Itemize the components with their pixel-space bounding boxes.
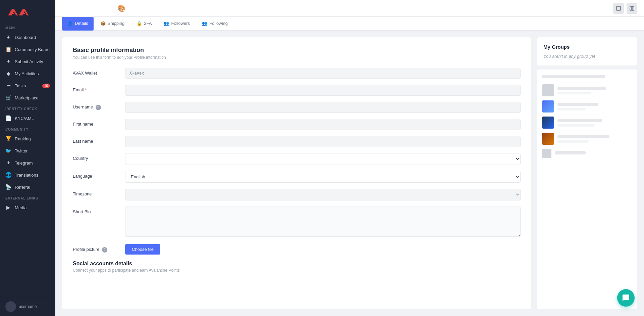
followers-tab-icon: 👥 xyxy=(164,21,169,26)
paint-icon[interactable]: 🎨 xyxy=(117,5,126,12)
sidebar-item-label: Community Board xyxy=(15,47,50,52)
leaderboard-card xyxy=(537,70,637,309)
form-subtitle: You can use this form to edit your Profi… xyxy=(73,55,521,60)
sidebar-item-media[interactable]: ▶ Media xyxy=(0,201,55,214)
topbar-btn-2[interactable] xyxy=(627,3,637,14)
lb-name-bar-1 xyxy=(557,87,606,90)
lb-text-2 xyxy=(557,103,632,110)
svg-rect-4 xyxy=(616,6,621,10)
username-help-icon[interactable]: ? xyxy=(96,105,101,110)
groups-empty-message: You aren't in any group yet xyxy=(543,54,631,59)
tab-shipping[interactable]: 📦 Shipping xyxy=(95,17,130,31)
username-row: Username ? xyxy=(73,102,521,113)
timezone-label: Timezone xyxy=(73,189,120,196)
username-input[interactable] xyxy=(125,102,521,113)
lb-avatar-4 xyxy=(542,133,554,145)
short-bio-label: Short Bio xyxy=(73,207,120,214)
lb-sub-bar-3 xyxy=(557,124,595,127)
timezone-select[interactable] xyxy=(125,189,521,200)
choose-file-button[interactable]: Choose file xyxy=(125,244,160,255)
svg-rect-6 xyxy=(632,6,634,10)
tab-following-label: Following xyxy=(209,21,228,26)
lb-name-bar-3 xyxy=(557,119,602,122)
sidebar-item-label: Ranking xyxy=(15,136,31,141)
first-name-label: First name xyxy=(73,119,120,127)
sidebar: Main ⊞ Dashboard 📋 Community Board ✦ Sub… xyxy=(0,0,55,316)
sidebar-item-ranking[interactable]: 🏆 Ranking xyxy=(0,133,55,145)
sidebar-item-label: Twitter xyxy=(15,148,28,153)
sidebar-item-twitter[interactable]: 🐦 Twitter xyxy=(0,145,55,157)
tab-followers[interactable]: 👥 Followers xyxy=(158,17,195,31)
tab-details-label: Details xyxy=(75,21,88,26)
user-avatar xyxy=(5,301,16,312)
sidebar-item-tasks[interactable]: ☰ Tasks 10 xyxy=(0,80,55,92)
tab-shipping-label: Shipping xyxy=(108,21,125,26)
sidebar-item-telegram[interactable]: ✈ Telegram xyxy=(0,157,55,169)
main-area: 🎨 👤 Details 📦 Shipping 🔒 2FA 👥 Followers… xyxy=(55,0,644,316)
language-select[interactable]: English Spanish French German xyxy=(125,171,521,183)
short-bio-row: Short Bio xyxy=(73,207,521,238)
sidebar-item-submit-activity[interactable]: ✦ Submit Activity xyxy=(0,55,55,67)
email-input[interactable] xyxy=(125,85,521,96)
avax-wallet-label: AVAX Wallet xyxy=(73,68,120,76)
lb-avatar-5 xyxy=(542,149,551,158)
sidebar-item-referral[interactable]: 📡 Referral xyxy=(0,181,55,193)
email-label: Email * xyxy=(73,85,120,92)
sidebar-item-label: Submit Activity xyxy=(15,59,43,64)
shipping-tab-icon: 📦 xyxy=(100,21,106,26)
sidebar-item-my-activities[interactable]: ◆ My Activities xyxy=(0,67,55,80)
tasks-icon: ☰ xyxy=(5,83,11,89)
sidebar-item-translations[interactable]: 🌐 Translations xyxy=(0,169,55,181)
details-tab-icon: 👤 xyxy=(67,21,73,26)
sidebar-item-label: Marketplace xyxy=(15,95,39,100)
profile-picture-control: Choose file xyxy=(125,244,521,255)
kyc-icon: 📄 xyxy=(5,115,11,121)
twitter-icon: 🐦 xyxy=(5,148,11,154)
country-control xyxy=(125,153,521,165)
lb-item-4 xyxy=(542,131,632,147)
last-name-input[interactable] xyxy=(125,136,521,147)
sidebar-user: username xyxy=(0,297,55,316)
sidebar-item-label: Telegram xyxy=(15,161,33,166)
sidebar-item-dashboard[interactable]: ⊞ Dashboard xyxy=(0,31,55,43)
chat-fab[interactable] xyxy=(617,289,635,307)
country-select[interactable] xyxy=(125,153,521,165)
social-title: Social accounts details xyxy=(73,261,521,267)
telegram-icon: ✈ xyxy=(5,160,11,166)
submit-activity-icon: ✦ xyxy=(5,58,11,64)
tasks-badge: 10 xyxy=(42,84,50,88)
section-community-label: Community xyxy=(0,124,55,133)
tab-following[interactable]: 👥 Following xyxy=(197,17,233,31)
my-activities-icon: ◆ xyxy=(5,71,11,77)
language-label: Language xyxy=(73,171,120,179)
sidebar-item-kyc[interactable]: 📄 KYC/AML xyxy=(0,112,55,124)
sidebar-item-community-board[interactable]: 📋 Community Board xyxy=(0,43,55,55)
first-name-input[interactable] xyxy=(125,119,521,130)
media-icon: ▶ xyxy=(5,205,11,211)
last-name-control xyxy=(125,136,521,147)
svg-marker-1 xyxy=(19,9,29,15)
tab-2fa[interactable]: 🔒 2FA xyxy=(131,17,157,31)
form-title: Basic profile information xyxy=(73,47,521,54)
form-card: Basic profile information You can use th… xyxy=(62,37,531,309)
lb-sub-bar-4 xyxy=(557,140,589,143)
lb-sub-bar-2 xyxy=(557,108,586,110)
country-row: Country xyxy=(73,153,521,165)
email-required-star: * xyxy=(85,87,87,92)
sidebar-item-marketplace[interactable]: 🛒 Marketplace xyxy=(0,92,55,104)
email-row: Email * xyxy=(73,85,521,96)
short-bio-control xyxy=(125,207,521,238)
2fa-tab-icon: 🔒 xyxy=(137,21,142,26)
svg-rect-2 xyxy=(11,13,14,14)
sidebar-item-label: Translations xyxy=(15,173,38,178)
short-bio-textarea[interactable] xyxy=(125,207,521,237)
sidebar-item-label: Dashboard xyxy=(15,35,36,40)
language-row: Language English Spanish French German xyxy=(73,171,521,183)
svg-marker-0 xyxy=(8,9,18,15)
topbar-btn-1[interactable] xyxy=(613,3,624,14)
profile-picture-help-icon[interactable]: ? xyxy=(102,247,107,253)
tab-details[interactable]: 👤 Details xyxy=(62,17,94,31)
lb-avatar-1 xyxy=(542,84,554,96)
email-control xyxy=(125,85,521,96)
avax-wallet-input[interactable] xyxy=(125,68,521,79)
